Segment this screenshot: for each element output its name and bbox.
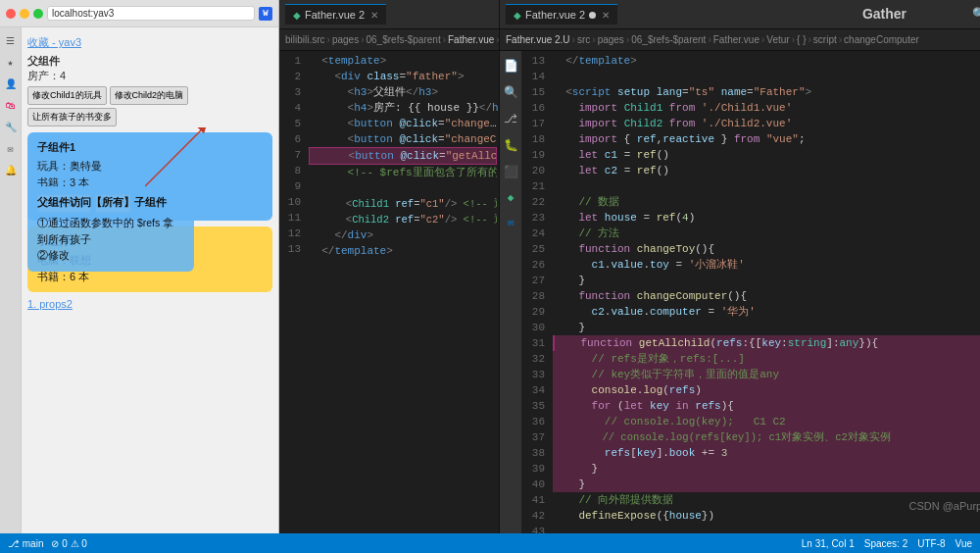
rc-18: import { ref,reactive } from "vue"; [553,131,980,147]
left-tab-label: Father.vue 2 [305,9,365,21]
rc-32: // refs是对象，refs:[...] [553,351,980,367]
rc-26: c1.value.toy = '小溜冰鞋' [553,257,980,273]
props2-link[interactable]: 1. props2 [27,298,272,310]
bottom-encoding: UTF-8 [917,538,945,549]
child1-btn1[interactable]: 干嘛父亲前 [37,194,91,213]
activity-icon-extensions[interactable]: ⬛ [504,165,518,179]
rc-43 [553,524,980,533]
line-numbers-right: 1314151617181920212223242526272829303132… [521,51,551,533]
child1-btn2[interactable]: 要房产 [95,194,131,213]
icon-search-right[interactable]: 🔍 [972,7,980,22]
rc-15: <script setup lang="ts" name="Father"> [553,84,980,100]
activity-icon-debug[interactable]: 🐛 [504,138,518,153]
sidebar-icon-tool[interactable]: 🔧 [5,122,17,133]
btn-all-children[interactable]: 让所有孩子的书变多 [27,108,117,126]
activity-icon-search[interactable]: 🔍 [504,85,518,100]
bottom-right: Ln 31, Col 1 Spaces: 2 UTF-8 Vue [802,538,972,549]
watermark: CSDN @aPurpleBerry [908,500,980,512]
rc-13: </template> [553,53,980,69]
rc-29: c2.value.computer = '华为' [553,304,980,320]
bottom-spaces: Spaces: 2 [864,538,907,549]
rb-5: Father.vue [713,34,760,45]
tab-close-right[interactable]: ✕ [602,10,610,21]
rc-31: function getAllchild(refs:{[key:string]:… [553,335,980,351]
bottom-left: ⎇ main ⊘ 0 ⚠ 0 [8,538,87,549]
sidebar-icon-star[interactable]: ★ [7,57,13,69]
rc-16: import Child1 from './Child1.vue' [553,100,980,116]
rb-8: script [813,34,837,45]
child2-computer: 电脑：联想 [37,253,263,268]
tab-modified-dot [589,12,596,19]
vue-icon-left: ◆ [293,10,301,21]
rc-28: function changeComputer(){ [553,288,980,304]
sidebar-icon-mail[interactable]: ✉ [7,143,13,155]
code-line-10: <Child1 ref="c1"/> <!-- 通过ref获取到孩子1的组件实例… [309,196,497,212]
rc-38: refs[key].book += 3 [553,445,980,461]
rc-22: // 数据 [553,194,980,210]
activity-icon-vue[interactable]: ◆ [508,191,514,204]
code-line-7: <button @click="getAllchild($refs)">让所有孩… [309,147,497,165]
browser-address-bar[interactable]: localhost:yav3 [47,6,255,21]
rc-27: } [553,273,980,288]
activity-icon-files[interactable]: 📄 [504,59,518,74]
code-lines-right[interactable]: </template> <script setup lang="ts" name… [551,51,980,533]
rb-6: Vetur [766,34,789,45]
rc-35: for (let key in refs){ [553,398,980,414]
activity-icon-git[interactable]: ⎇ [504,112,517,126]
left-code-area[interactable]: 123456 78910111213 <template> <div class… [279,51,499,533]
rb-2: src [577,34,590,45]
code-line-4: <h4>房产: {{ house }}</h4> [309,100,497,116]
bottom-branch: ⎇ main [8,538,43,549]
browser-preview: localhost:yav3 W ☰ ★ 👤 🛍 🔧 ✉ 🔔 收藏 - yav3 [0,0,279,533]
sidebar-icon-bell[interactable]: 🔔 [5,165,17,176]
rb-1: Father.vue 2.U [506,34,570,45]
nav-link[interactable]: 收藏 - yav3 [27,35,272,50]
sidebar-icon-user[interactable]: 👤 [5,78,17,90]
tab-close-left[interactable]: ✕ [370,10,378,21]
browser-btn-yellow[interactable] [20,9,29,19]
breadcrumb-part-2: pages [332,34,359,45]
rc-34: console.log(refs) [553,382,980,398]
btn-change-computer[interactable]: 修改Child2的电脑 [110,86,189,105]
code-line-12: </div> [309,227,497,243]
rc-20: let c2 = ref() [553,163,980,178]
browser-topbar: localhost:yav3 W [0,0,278,27]
sidebar-icon-1[interactable]: ☰ [6,35,15,47]
right-tab-label: Father.vue 2 [525,9,585,21]
bottom-lang: Vue [956,538,972,549]
sidebar-icon-shop[interactable]: 🛍 [6,100,16,112]
child1-toy: 玩具：奥特曼 [37,159,263,174]
rc-30: } [553,320,980,335]
code-line-8: <!-- $refs里面包含了所有的儿子 --> [309,165,497,180]
code-line-13: </template> [309,243,497,259]
rc-24: // 方法 [553,226,980,241]
code-line-1: <template> [309,53,497,69]
code-line-9 [309,180,497,196]
line-numbers-left: 123456 78910111213 [279,51,307,533]
child2-title: 子组件2 [37,234,263,249]
right-code-panel: Gather ◆ Father.vue 2 ✕ 🔍 ⬜ ⋯ Father.vue… [500,0,980,533]
browser-btn-red[interactable] [6,9,16,19]
rb-7: { } [797,34,806,45]
bottom-status-bar: ⎇ main ⊘ 0 ⚠ 0 Ln 31, Col 1 Spaces: 2 UT… [0,533,980,553]
rc-37: // console.log(refs[key]); c1对象实例、c2对象实例 [553,429,980,445]
right-tab-bar: Gather ◆ Father.vue 2 ✕ 🔍 ⬜ ⋯ [500,0,980,29]
rb-4: 06_$refs-$parent [631,34,706,45]
btn-change-toy[interactable]: 修改Child1的玩具 [27,86,107,105]
vue-icon-right: ◆ [514,10,521,21]
button-row: 修改Child1的玩具 修改Child2的电脑 让所有孩子的书变多 [27,86,272,126]
child2-box: 子组件2 电脑：联想 书籍：6 本 [27,226,272,292]
activity-icon-outlook[interactable]: ✉ [508,216,514,228]
father-section: 父组件 房产：4 [27,54,272,83]
right-breadcrumb: Father.vue 2.U › src › pages › 06_$refs-… [500,29,980,51]
right-tab-item[interactable]: ◆ Father.vue 2 ✕ [506,4,617,25]
rc-36: // console.log(key); C1 C2 [553,414,980,429]
left-tab-bar: ◆ Father.vue 2 ✕ [279,0,499,29]
rc-25: function changeToy(){ [553,241,980,257]
rc-39: } [553,461,980,477]
browser-btn-green[interactable] [33,9,43,19]
child2-book: 书籍：6 本 [37,270,263,284]
left-tab-item[interactable]: ◆ Father.vue 2 ✕ [285,4,386,25]
right-activity-bar: 📄 🔍 ⎇ 🐛 ⬛ ◆ ✉ [500,51,521,533]
breadcrumb-part-1: bilibili.src [285,34,325,45]
